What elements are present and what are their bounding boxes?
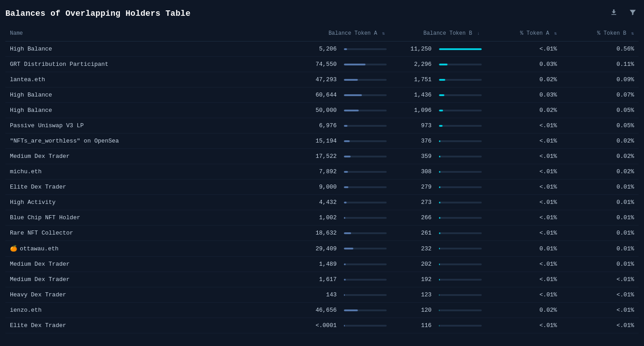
bar-fill-a: [344, 248, 353, 249]
cell-pct-a: 0.03%: [484, 88, 562, 103]
cell-bar-a: [341, 272, 389, 287]
table-row: Medium Dex Trader1,489202<.01%0.01%: [5, 257, 639, 272]
cell-name: 🍊ottawau.eth: [5, 241, 295, 257]
cell-balance-b: 2,296: [389, 57, 436, 72]
cell-bar-a: [341, 118, 389, 134]
bar-bg-a: [344, 156, 387, 157]
cell-balance-b: 273: [389, 195, 436, 210]
cell-name: ienzo.eth: [5, 303, 295, 318]
cell-bar-b: [436, 149, 484, 164]
cell-name: "NFTs_are_worthless" on OpenSea: [5, 134, 295, 149]
col-header-balance-a[interactable]: Balance Token A ⇅: [295, 27, 390, 42]
cell-pct-b: <.01%: [562, 318, 639, 333]
cell-bar-a: [341, 226, 389, 241]
cell-bar-b: [436, 118, 484, 134]
bar-fill-b: [439, 171, 440, 173]
col-header-pct-b[interactable]: % Token B ⇅: [562, 27, 639, 42]
cell-name: High Activity: [5, 195, 295, 210]
bar-fill-b: [439, 186, 440, 188]
cell-pct-b: 0.09%: [562, 72, 639, 88]
cell-name: lantea.eth: [5, 72, 295, 88]
cell-bar-b: [436, 103, 484, 118]
cell-bar-b: [436, 241, 484, 257]
bar-fill-a: [344, 186, 348, 188]
cell-balance-b: 266: [389, 210, 436, 226]
cell-balance-a: 5,206: [295, 42, 341, 57]
bar-fill-a: [344, 79, 358, 81]
cell-pct-a: <.01%: [484, 272, 562, 287]
row-emoji: 🍊: [10, 245, 17, 252]
cell-pct-b: 0.07%: [562, 88, 639, 103]
bar-bg-a: [344, 125, 387, 127]
bar-fill-a: [344, 140, 350, 142]
bar-bg-b: [439, 263, 482, 265]
cell-balance-b: 123: [389, 287, 436, 303]
cell-pct-a: <.01%: [484, 210, 562, 226]
cell-balance-a: 143: [295, 287, 341, 303]
cell-balance-b: 202: [389, 257, 436, 272]
cell-bar-b: [436, 210, 484, 226]
bar-fill-a: [344, 94, 362, 96]
bar-fill-b: [439, 79, 445, 81]
bar-bg-a: [344, 48, 387, 50]
cell-balance-b: 1,096: [389, 103, 436, 118]
bar-fill-b: [439, 94, 444, 96]
cell-balance-a: 50,000: [295, 103, 341, 118]
bar-bg-a: [344, 325, 387, 327]
cell-bar-a: [341, 103, 389, 118]
col-header-name[interactable]: Name: [5, 27, 295, 42]
bar-fill-b: [439, 110, 443, 111]
cell-bar-a: [341, 257, 389, 272]
bar-fill-a: [344, 156, 351, 157]
cell-bar-b: [436, 42, 484, 57]
bar-bg-a: [344, 263, 387, 265]
bar-bg-b: [439, 140, 482, 142]
filter-button[interactable]: [627, 7, 639, 19]
bar-fill-a: [344, 263, 346, 265]
cell-balance-a: 46,656: [295, 303, 341, 318]
main-container: Balances of Overlapping Holders Table Na…: [0, 0, 644, 337]
table-row: Medium Dex Trader17,522359<.01%0.02%: [5, 149, 639, 164]
cell-balance-a: 15,194: [295, 134, 341, 149]
bar-bg-b: [439, 110, 482, 111]
bar-bg-b: [439, 171, 482, 173]
table-row: GRT Distribution Participant74,5502,2960…: [5, 57, 639, 72]
cell-bar-b: [436, 72, 484, 88]
bar-fill-b: [439, 325, 439, 327]
bar-bg-b: [439, 294, 482, 296]
cell-pct-a: <.01%: [484, 226, 562, 241]
cell-name: Medium Dex Trader: [5, 257, 295, 272]
cell-pct-b: 0.01%: [562, 257, 639, 272]
cell-pct-b: 0.11%: [562, 57, 639, 72]
bar-bg-a: [344, 202, 387, 203]
bar-bg-a: [344, 309, 387, 311]
cell-balance-b: 261: [389, 226, 436, 241]
bar-bg-b: [439, 79, 482, 81]
cell-bar-a: [341, 88, 389, 103]
table-row: Rare NFT Collector18,632261<.01%0.01%: [5, 226, 639, 241]
col-header-balance-b[interactable]: Balance Token B ↓: [389, 27, 484, 42]
download-button[interactable]: [608, 7, 620, 19]
cell-name: Heavy Dex Trader: [5, 287, 295, 303]
cell-bar-a: [341, 287, 389, 303]
bar-bg-a: [344, 140, 387, 142]
bar-fill-b: [439, 279, 440, 281]
cell-pct-a: 0.01%: [484, 241, 562, 257]
cell-bar-b: [436, 303, 484, 318]
cell-balance-a: 29,409: [295, 241, 341, 257]
bar-fill-b: [439, 309, 439, 311]
bar-bg-b: [439, 125, 482, 127]
col-header-pct-a[interactable]: % Token A ⇅: [484, 27, 562, 42]
cell-balance-b: 376: [389, 134, 436, 149]
bar-fill-b: [439, 140, 441, 142]
cell-name: Rare NFT Collector: [5, 226, 295, 241]
data-table: Name Balance Token A ⇅ Balance Token B ↓…: [5, 27, 639, 333]
table-row: "NFTs_are_worthless" on OpenSea15,194376…: [5, 134, 639, 149]
bar-fill-a: [344, 325, 345, 327]
cell-balance-a: 7,892: [295, 164, 341, 180]
cell-bar-b: [436, 226, 484, 241]
bar-bg-a: [344, 279, 387, 281]
cell-pct-a: <.01%: [484, 180, 562, 195]
cell-pct-b: <.01%: [562, 272, 639, 287]
cell-bar-a: [341, 210, 389, 226]
